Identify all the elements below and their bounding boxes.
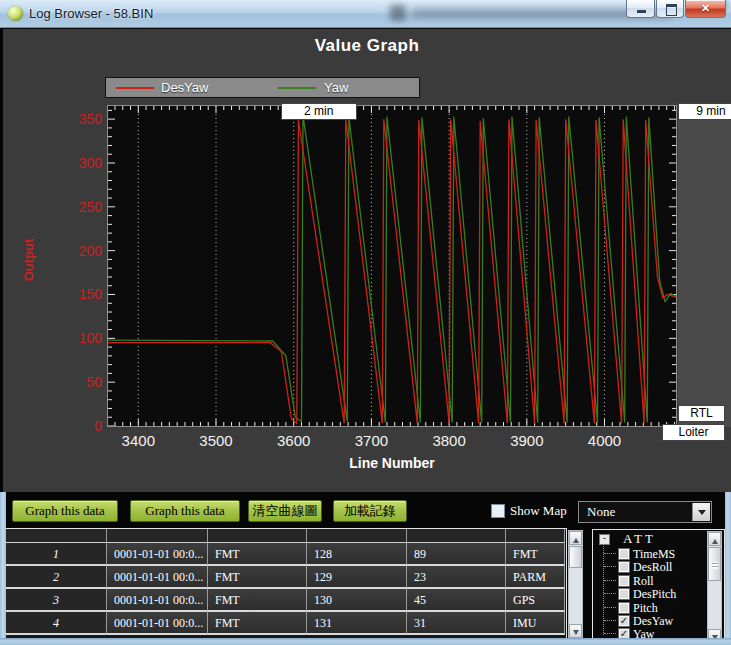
y-tick-label: 50 bbox=[42, 374, 102, 390]
table-cell: FMT bbox=[208, 589, 307, 612]
window-border-bottom bbox=[0, 638, 731, 645]
tree-connector-line bbox=[604, 633, 616, 634]
clear-graph-button[interactable]: 清空曲線圖 bbox=[248, 500, 322, 522]
graph-right-button[interactable]: Graph this data Right bbox=[130, 500, 240, 522]
table-cell: FMT bbox=[208, 566, 307, 589]
chart-legend: DesYaw Yaw bbox=[105, 77, 420, 98]
y-tick-label: 350 bbox=[42, 111, 102, 127]
tree-item-desyaw[interactable]: ✓DesYaw bbox=[593, 614, 703, 627]
legend-line-desyaw bbox=[116, 87, 154, 89]
show-map-label: Show Map bbox=[510, 503, 567, 519]
tree-checkbox-despitch[interactable] bbox=[618, 588, 630, 600]
tree-item-roll[interactable]: Roll bbox=[593, 574, 703, 587]
legend-label-desyaw: DesYaw bbox=[161, 80, 208, 95]
scroll-down-icon[interactable] bbox=[569, 624, 582, 638]
table-cell: 128 bbox=[307, 543, 407, 566]
tree-item-desroll[interactable]: DesRoll bbox=[593, 560, 703, 573]
window-border-right bbox=[725, 492, 731, 645]
y-tick-label: 300 bbox=[42, 155, 102, 171]
table-cell: 0001-01-01 00:0... bbox=[107, 612, 208, 635]
chart-annotation-2-min: 2 min bbox=[281, 103, 357, 120]
chart-annotation-9-min: 9 min bbox=[678, 103, 731, 120]
tree-item-pitch[interactable]: Pitch bbox=[593, 601, 703, 614]
tree-connector-line bbox=[604, 620, 616, 621]
maximize-icon bbox=[666, 4, 677, 16]
tree-checkbox-desroll[interactable] bbox=[618, 561, 630, 573]
tree-scrollbar-thumb[interactable] bbox=[708, 547, 721, 581]
table-header-cell[interactable] bbox=[208, 529, 307, 543]
table-cell: 1 bbox=[6, 543, 107, 566]
tree-root-att[interactable]: ATT bbox=[623, 531, 656, 547]
scroll-up-icon[interactable] bbox=[569, 531, 582, 545]
tree-checkbox-timems[interactable] bbox=[618, 548, 630, 560]
table-cell: FMT bbox=[506, 543, 565, 566]
table-cell: GPS bbox=[506, 589, 565, 612]
x-tick-label: 4000 bbox=[570, 432, 640, 448]
window-border-left bbox=[0, 492, 6, 645]
table-cell: 0001-01-01 00:0... bbox=[107, 566, 208, 589]
table-cell: 129 bbox=[307, 566, 407, 589]
field-tree-panel: - ATT TimeMSDesRollRollDesPitchPitch✓Des… bbox=[592, 529, 725, 645]
scroll-up-icon[interactable] bbox=[708, 532, 721, 546]
table-row[interactable]: 20001-01-01 00:0...FMT12923PARM bbox=[6, 566, 566, 589]
maximize-button[interactable] bbox=[656, 0, 684, 18]
tree-connector-line bbox=[604, 607, 616, 608]
table-cell: 4 bbox=[6, 612, 107, 635]
table-scrollbar[interactable] bbox=[568, 530, 583, 639]
log-browser-window: Value Graph DesYaw Yaw Output Line Numbe… bbox=[0, 0, 731, 645]
y-tick-label: 100 bbox=[42, 330, 102, 346]
y-axis-title: Output bbox=[21, 217, 37, 303]
tree-checkbox-roll[interactable] bbox=[618, 575, 630, 587]
y-tick-label: 150 bbox=[42, 286, 102, 302]
table-header-cell[interactable] bbox=[407, 529, 506, 543]
x-axis-title: Line Number bbox=[292, 455, 492, 471]
close-button[interactable]: ✕ bbox=[685, 0, 726, 18]
table-cell: 131 bbox=[307, 612, 407, 635]
legend-line-yaw bbox=[278, 87, 316, 89]
log-data-table[interactable]: 10001-01-01 00:0...FMT12889FMT20001-01-0… bbox=[5, 528, 567, 645]
table-header-cell[interactable] bbox=[6, 529, 107, 543]
window-title: Log Browser - 58.BIN bbox=[29, 6, 153, 21]
table-cell: 31 bbox=[407, 612, 506, 635]
x-tick-label: 3700 bbox=[336, 432, 406, 448]
chart-svg bbox=[108, 106, 676, 426]
load-log-button[interactable]: 加載記錄 bbox=[333, 500, 407, 522]
table-row[interactable]: 30001-01-01 00:0...FMT13045GPS bbox=[6, 589, 566, 612]
table-cell: 45 bbox=[407, 589, 506, 612]
dropdown-arrow-icon[interactable] bbox=[692, 503, 710, 521]
tree-checkbox-pitch[interactable] bbox=[618, 602, 630, 614]
table-cell: 130 bbox=[307, 589, 407, 612]
table-header-cell[interactable] bbox=[107, 529, 208, 543]
table-cell: 3 bbox=[6, 589, 107, 612]
table-scrollbar-thumb[interactable] bbox=[569, 546, 582, 568]
plot-area[interactable] bbox=[107, 105, 677, 427]
tree-checkbox-desyaw[interactable]: ✓ bbox=[618, 615, 630, 627]
table-cell: 0001-01-01 00:0... bbox=[107, 589, 208, 612]
tree-item-despitch[interactable]: DesPitch bbox=[593, 587, 703, 600]
tree-connector-line bbox=[604, 553, 616, 554]
chart-pane: Value Graph DesYaw Yaw Output Line Numbe… bbox=[3, 29, 731, 492]
tree-item-timems[interactable]: TimeMS bbox=[593, 547, 703, 560]
show-map-checkbox[interactable] bbox=[491, 504, 505, 518]
titlebar[interactable]: Log Browser - 58.BIN ✕ bbox=[0, 0, 731, 28]
table-row[interactable]: 10001-01-01 00:0...FMT12889FMT bbox=[6, 543, 566, 566]
series-yaw bbox=[108, 116, 676, 423]
table-cell: 23 bbox=[407, 566, 506, 589]
table-header-cell[interactable] bbox=[307, 529, 407, 543]
mode-dropdown[interactable]: None bbox=[578, 501, 712, 523]
table-row[interactable]: 40001-01-01 00:0...FMT13131IMU bbox=[6, 612, 566, 635]
table-cell: PARM bbox=[506, 566, 565, 589]
x-tick-label: 3500 bbox=[181, 432, 251, 448]
x-tick-label: 3400 bbox=[103, 432, 173, 448]
tree-connector-line bbox=[604, 566, 616, 567]
app-icon bbox=[8, 6, 23, 21]
tree-scrollbar[interactable] bbox=[707, 531, 722, 644]
legend-label-yaw: Yaw bbox=[324, 80, 348, 95]
tree-connector-line bbox=[604, 580, 616, 581]
graph-left-button[interactable]: Graph this data Left bbox=[12, 500, 118, 522]
table-cell: 89 bbox=[407, 543, 506, 566]
chart-annotation-rtl: RTL bbox=[678, 405, 725, 422]
minimize-button[interactable] bbox=[626, 0, 655, 18]
chart-annotation-loiter: Loiter bbox=[662, 424, 725, 441]
table-header-cell[interactable] bbox=[506, 529, 565, 543]
